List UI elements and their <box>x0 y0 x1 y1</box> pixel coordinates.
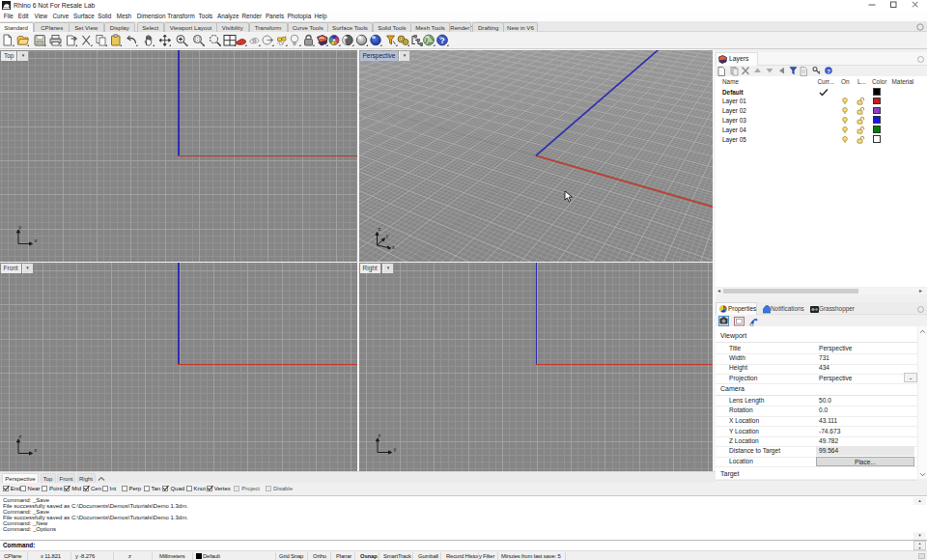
svg-text:z: z <box>378 432 380 437</box>
svg-text:x: x <box>35 447 38 453</box>
svg-text:z: z <box>379 226 381 232</box>
svg-text:y: y <box>393 446 396 452</box>
svg-text:x: x <box>392 244 395 250</box>
svg-text:?: ? <box>827 69 830 74</box>
svg-text:x: x <box>35 238 38 243</box>
svg-text:y: y <box>19 224 22 230</box>
svg-text:z: z <box>19 434 22 439</box>
svg-text:y: y <box>386 233 389 238</box>
